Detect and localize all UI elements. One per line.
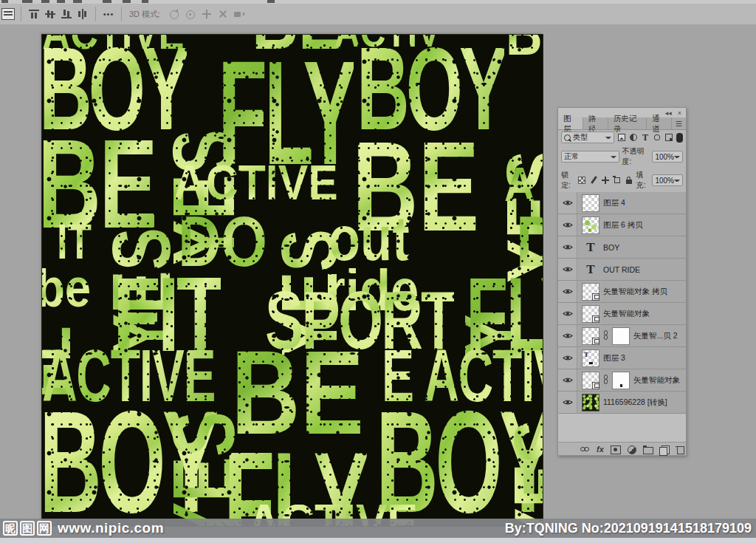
filter-type-dropdown[interactable]: 类型 [561,132,614,143]
pan-icon [201,9,213,19]
visibility-eye-icon[interactable] [558,192,577,214]
filter-smart-objects-icon[interactable] [664,133,673,142]
layer-name[interactable]: 图层 3 [603,353,625,363]
add-mask-icon[interactable] [611,445,620,454]
layer-row[interactable]: 图层 6 拷贝 [558,214,686,236]
document-canvas[interactable]: ACTIVEBEACTIVBBOYYESFLYBOYYESBEACTIVEBEA… [42,35,543,526]
layer-row[interactable]: 1116596228 [转换] [558,392,686,414]
align-top-button[interactable] [26,6,42,22]
align-bottom-icon [61,9,72,19]
panel-tab-1[interactable]: 路径 [583,117,608,129]
layer-row[interactable]: 图层 4 [558,192,686,214]
3d-roll-button[interactable] [182,6,199,22]
layer-thumbnail[interactable] [582,194,599,212]
mask-link-icon[interactable] [603,330,608,342]
panel-tab-0[interactable]: 图层 [558,117,583,129]
layer-name[interactable]: 图层 6 拷贝 [603,220,643,230]
lock-artboard-icon[interactable] [613,176,622,185]
layer-row[interactable]: 矢量智能对象 拷贝 [558,281,686,303]
visibility-eye-icon[interactable] [558,303,577,324]
layer-name[interactable]: 矢量智能对象 [633,375,680,386]
layer-thumbnail[interactable] [582,216,599,234]
align-middle-icon [45,9,55,19]
3d-orbit-button[interactable] [166,6,182,22]
layer-name[interactable]: 矢量智能对象 [603,309,650,319]
align-middle-button[interactable] [42,6,58,22]
visibility-eye-icon[interactable] [558,281,577,302]
adjustment-layer-icon[interactable] [627,445,636,454]
layer-row[interactable]: TBOY [558,236,686,259]
filter-pixel-layers-icon[interactable] [617,133,626,142]
layer-name[interactable]: 矢量智...贝 2 [633,331,678,341]
layer-mask-thumbnail[interactable] [612,372,630,389]
visibility-eye-icon[interactable] [558,214,577,236]
layer-row[interactable]: 矢量智...贝 2 [558,325,686,347]
panel-menu-icon[interactable]: ☰ [672,117,686,129]
lock-pixels-icon[interactable] [589,176,598,185]
nipic-logo: 昵 图 网 www.nipic.com [0,520,164,536]
layer-row-body: 图层 6 拷贝 [577,216,643,234]
lock-transparency-icon[interactable] [577,176,586,185]
fill-dropdown[interactable]: 100% [652,174,683,186]
panel-tabs: 图层路径历史记录通道☰ [558,117,686,130]
filter-shape-layers-icon[interactable] [653,133,662,142]
layer-row-body: 1116596228 [转换] [577,394,667,411]
link-layers-icon[interactable] [580,445,590,454]
blend-mode-dropdown[interactable]: 正常 [561,151,619,163]
close-panel-icon[interactable]: × [678,109,681,117]
distribute-icon [78,9,88,19]
lock-all-icon[interactable] [625,176,633,185]
layer-thumbnail[interactable] [582,372,599,389]
tool-preset-button[interactable] [0,6,16,22]
visibility-eye-icon[interactable] [558,347,577,369]
3d-pan-button[interactable] [199,6,215,22]
opacity-dropdown[interactable]: 100% [652,151,683,163]
mask-mark [620,384,622,387]
canvas-word: FLY [218,58,354,168]
new-layer-icon[interactable] [659,445,669,454]
delete-layer-icon[interactable] [676,445,685,454]
layer-row[interactable]: T图层 3 [558,347,686,369]
divider [21,7,21,21]
divider [121,7,122,21]
filter-toggle[interactable] [676,133,683,143]
divider [95,7,96,21]
visibility-eye-icon[interactable] [558,259,577,280]
layer-style-icon[interactable]: fx [597,445,604,454]
layer-thumbnail[interactable] [582,394,599,411]
visibility-eye-icon[interactable] [558,236,577,258]
lock-position-icon[interactable] [601,176,610,185]
orbit-icon [168,9,180,19]
3d-camera-button[interactable] [231,6,247,22]
layer-thumbnail[interactable] [582,327,599,345]
panel-tab-2[interactable]: 历史记录 [608,117,647,129]
align-top-icon [29,9,39,19]
visibility-eye-icon[interactable] [558,369,577,391]
layer-row[interactable]: TOUT RIDE [558,259,686,281]
layer-thumbnail[interactable]: T [582,349,599,367]
panel-tab-3[interactable]: 通道 [647,117,672,129]
layer-row-body: 图层 4 [577,194,625,212]
layer-row[interactable]: 矢量智能对象 [558,303,686,325]
layer-name[interactable]: 矢量智能对象 拷贝 [603,287,667,297]
filter-type-layers-icon[interactable]: T [641,133,650,142]
layer-thumbnail[interactable] [582,283,599,301]
filter-adjustment-layers-icon[interactable] [629,133,638,142]
layer-name[interactable]: 1116596228 [转换] [603,397,667,408]
visibility-eye-icon[interactable] [558,392,577,413]
layer-name[interactable]: OUT RIDE [603,265,640,274]
distribute-button[interactable] [75,6,91,22]
new-group-icon[interactable] [643,445,653,454]
more-options-button[interactable]: ••• [100,6,117,22]
3d-slide-button[interactable] [215,6,231,22]
mask-link-icon[interactable] [603,375,608,386]
visibility-eye-icon[interactable] [558,325,577,346]
layer-name[interactable]: 图层 4 [603,198,625,208]
align-bottom-button[interactable] [58,6,75,22]
credit-text: By:TQNING No:20210919141518179109 [505,521,756,536]
layer-name[interactable]: BOY [603,243,619,252]
layer-row[interactable]: 矢量智能对象 [558,369,686,392]
layer-mask-thumbnail[interactable] [612,327,630,345]
layer-thumbnail[interactable] [582,305,599,323]
camera-icon [233,9,245,19]
